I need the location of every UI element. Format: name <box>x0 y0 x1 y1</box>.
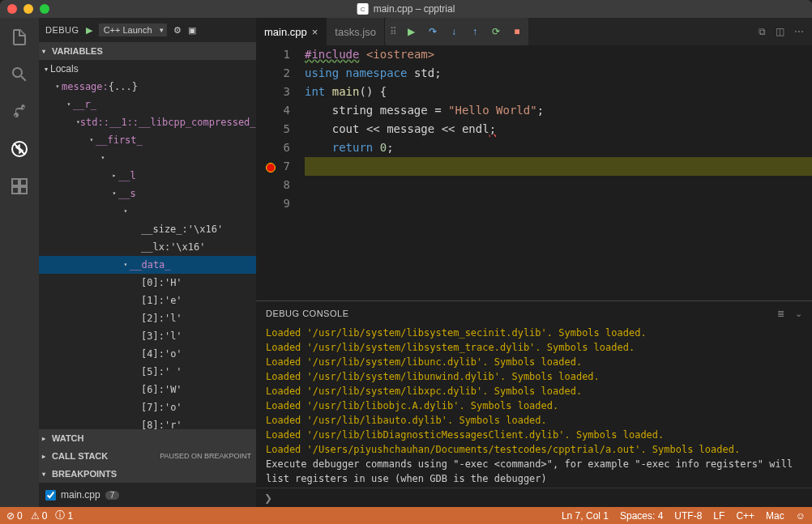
debug-toolbar: ⠿ ▶ ↷ ↓ ↑ ⟳ ■ <box>385 18 528 45</box>
feedback-icon[interactable]: ☺ <box>796 510 806 522</box>
window-maximize-button[interactable] <box>40 4 49 14</box>
console-output[interactable]: Loaded '/usr/lib/system/libsystem_secini… <box>256 326 812 488</box>
gear-icon[interactable]: ⚙ <box>173 25 182 36</box>
code-line[interactable]: #include <iostream> <box>305 45 812 64</box>
window-close-button[interactable] <box>7 4 17 14</box>
stop-button[interactable]: ■ <box>511 25 524 38</box>
line-number[interactable]: 8 <box>256 176 290 194</box>
code-line[interactable]: cout << message << endl; <box>305 120 812 138</box>
breakpoint-row[interactable]: main.cpp 7 <box>39 486 256 504</box>
tab-tasksjso[interactable]: tasks.jso <box>327 18 385 45</box>
code-line[interactable]: using namespace std; <box>305 64 812 83</box>
variable-row[interactable]: ▾ <box>39 202 256 220</box>
variable-row[interactable]: ·[6]: 'W' <box>39 381 256 398</box>
variable-row[interactable]: ▾__r_ <box>39 96 256 113</box>
status-encoding[interactable]: UTF-8 <box>674 510 702 522</box>
variable-row[interactable]: ·[5]: ' ' <box>39 363 256 381</box>
chevron-right-icon: ▸ <box>42 435 52 442</box>
scm-icon[interactable] <box>8 100 31 123</box>
line-number[interactable]: 5 <box>256 120 290 138</box>
tab-maincpp[interactable]: main.cpp× <box>256 18 327 45</box>
step-over-button[interactable]: ↷ <box>426 25 439 38</box>
variable-row[interactable]: ·__size_: '\x16' <box>39 220 256 238</box>
drag-handle-icon[interactable]: ⠿ <box>390 26 397 37</box>
step-out-button[interactable]: ↑ <box>468 25 481 38</box>
variable-row[interactable]: ·[0]: 'H' <box>39 274 256 292</box>
variable-row[interactable]: ·__lx: '\x16' <box>39 238 256 256</box>
line-number[interactable]: 3 <box>256 83 290 101</box>
variable-row[interactable]: ·[1]: 'e' <box>39 292 256 309</box>
line-number[interactable]: 6 <box>256 138 290 157</box>
variables-section-header[interactable]: ▾ VARIABLES <box>39 42 256 60</box>
variable-row[interactable]: ▾__first_ <box>39 131 256 149</box>
watch-section-header[interactable]: ▸ WATCH <box>39 429 256 447</box>
chevron-down-icon: ▾ <box>42 471 52 478</box>
window-title: main.cpp – cpptrial <box>374 3 455 15</box>
variable-row[interactable]: ·[2]: 'l' <box>39 309 256 327</box>
code-line[interactable]: int main() { <box>305 83 812 101</box>
breakpoint-checkbox[interactable] <box>45 490 56 501</box>
variable-row[interactable]: ▾__data_ <box>39 256 256 274</box>
breakpoint-glyph-icon[interactable] <box>266 163 276 173</box>
status-eol[interactable]: LF <box>713 510 724 522</box>
status-errors[interactable]: ⊘ 0 <box>6 510 23 522</box>
restart-button[interactable]: ⟳ <box>489 25 502 38</box>
console-input[interactable]: ❯ <box>256 488 812 507</box>
scope-locals[interactable]: ▾Locals <box>39 60 256 78</box>
line-number[interactable]: 1 <box>256 45 290 64</box>
continue-button[interactable]: ▶ <box>405 25 418 38</box>
variable-row[interactable]: ▾message: {...} <box>39 78 256 96</box>
variables-tree: ▾message: {...}▾__r_▾std::__1::__libcpp_… <box>39 78 256 429</box>
more-icon[interactable]: ⋯ <box>794 26 804 37</box>
editor-tabs: main.cpp×tasks.jso ⠿ ▶ ↷ ↓ ↑ ⟳ ■ ⧉ ◫ ⋯ <box>256 18 812 45</box>
status-spaces[interactable]: Spaces: 4 <box>620 510 663 522</box>
variable-row[interactable]: ·[7]: 'o' <box>39 398 256 416</box>
breakpoint-file: main.cpp <box>61 489 100 501</box>
line-number[interactable]: 9 <box>256 194 290 213</box>
variable-row[interactable]: ·[3]: 'l' <box>39 327 256 345</box>
debug-icon[interactable] <box>8 138 31 160</box>
filter-icon[interactable]: ≣ <box>777 309 785 319</box>
variable-row[interactable]: ▾__s <box>39 185 256 202</box>
variable-row[interactable]: ·[4]: 'o' <box>39 345 256 363</box>
callstack-section-header[interactable]: ▸ CALL STACK PAUSED ON BREAKPOINT <box>39 447 256 465</box>
callstack-status: PAUSED ON BREAKPOINT <box>160 452 251 460</box>
variable-row[interactable]: ▸__l <box>39 167 256 185</box>
breakpoint-line-badge: 7 <box>105 491 120 500</box>
line-number[interactable]: 4 <box>256 101 290 120</box>
extensions-icon[interactable] <box>8 175 31 198</box>
launch-config-select[interactable]: C++ Launch <box>99 23 167 36</box>
close-icon[interactable]: × <box>312 26 318 38</box>
chevron-down-icon: ▾ <box>42 48 52 55</box>
variable-row[interactable]: ▾ <box>39 149 256 167</box>
status-os[interactable]: Mac <box>766 510 784 522</box>
window-minimize-button[interactable] <box>24 4 33 14</box>
step-into-button[interactable]: ↓ <box>447 25 460 38</box>
status-language[interactable]: C++ <box>736 510 754 522</box>
panel-title[interactable]: DEBUG CONSOLE <box>266 309 348 318</box>
split-compare-icon[interactable]: ⧉ <box>759 26 766 37</box>
activity-bar <box>0 18 39 507</box>
line-number[interactable]: 2 <box>256 64 290 83</box>
titlebar: C main.cpp – cpptrial <box>0 0 812 18</box>
status-info[interactable]: ⓘ 1 <box>55 509 73 522</box>
debug-console-icon[interactable]: ▣ <box>188 25 196 36</box>
explorer-icon[interactable] <box>8 26 31 49</box>
split-editor-icon[interactable]: ◫ <box>776 26 784 37</box>
breakpoints-section-header[interactable]: ▾ BREAKPOINTS <box>39 465 256 483</box>
debug-console-panel: DEBUG CONSOLE ≣ ⌄ Loaded '/usr/lib/syste… <box>256 300 812 507</box>
variable-row[interactable]: ·[8]: 'r' <box>39 416 256 429</box>
status-bar: ⊘ 0 ⚠ 0 ⓘ 1 Ln 7, Col 1 Spaces: 4 UTF-8 … <box>0 507 812 524</box>
status-warnings[interactable]: ⚠ 0 <box>31 510 48 522</box>
chevron-right-icon: ▸ <box>42 453 52 460</box>
search-icon[interactable] <box>8 63 31 86</box>
code-line[interactable]: string message = "Hello World"; <box>305 101 812 120</box>
code-line[interactable]: return 0; <box>305 138 812 157</box>
variable-row[interactable]: ▾std::__1::__libcpp_compressed_pa… <box>39 113 256 131</box>
current-line-highlight <box>305 157 812 176</box>
status-cursor[interactable]: Ln 7, Col 1 <box>562 510 609 522</box>
chevron-down-icon[interactable]: ⌄ <box>795 309 803 319</box>
debug-sidebar: DEBUG ▶ C++ Launch ⚙ ▣ ▾ VARIABLES ▾Loca… <box>39 18 256 507</box>
start-debug-button[interactable]: ▶ <box>86 25 92 36</box>
code-editor[interactable]: 123456789 #include <iostream>using names… <box>256 45 812 300</box>
